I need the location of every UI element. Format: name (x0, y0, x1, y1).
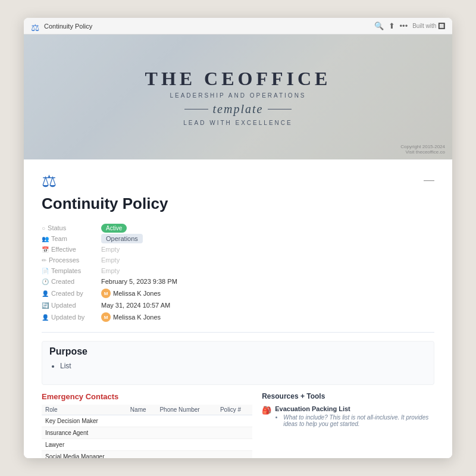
prop-updated-by-row: 👤 Updated by M Melissa K Jones (42, 311, 434, 324)
created-by-avatar-row: M Melissa K Jones (101, 289, 161, 298)
prop-created-by-value: M Melissa K Jones (101, 289, 161, 298)
hero-copyright: Copyright 2015-2024 Visit theceoffice.co (400, 144, 445, 155)
status-badge: Active (101, 224, 127, 233)
divider-line-right (268, 109, 292, 109)
main-body: ⚖ Continuity Policy — ○ Status Active 👥 (24, 159, 452, 458)
updated-by-icon: 👤 (42, 314, 49, 321)
purpose-section: Purpose List (42, 341, 434, 385)
prop-updated-row: 🔄 Updated May 31, 2024 10:57 AM (42, 300, 434, 311)
table-row: Insurance Agent (42, 427, 252, 439)
collapse-button[interactable]: — (424, 174, 434, 186)
two-col-section: Emergency Contacts Role Name Phone Numbe… (42, 392, 434, 458)
ec-name-1 (127, 415, 156, 427)
updated-by-avatar-row: M Melissa K Jones (101, 312, 161, 322)
prop-team-value: Operations (101, 235, 143, 242)
table-row: Social Media Manager (42, 451, 252, 459)
hero-title: THE CEOFFICE (145, 68, 331, 90)
browser-bar: ⚖ Continuity Policy 🔍 ⬆ ••• Built with 🔲 (24, 18, 452, 35)
ec-policy-4 (217, 451, 252, 459)
created-by-avatar: M (101, 289, 111, 298)
prop-created-by-row: 👤 Created by M Melissa K Jones (42, 287, 434, 300)
prop-created-row: 🕐 Created February 5, 2023 9:38 PM (42, 276, 434, 287)
favicon-icon: ⚖ (31, 22, 39, 30)
prop-updated-value: May 31, 2024 10:57 AM (101, 302, 170, 309)
prop-created-value: February 5, 2023 9:38 PM (101, 278, 177, 285)
ec-phone-1 (156, 415, 217, 427)
ec-name-4 (127, 451, 156, 459)
ec-role-2: Insurance Agent (42, 427, 127, 439)
prop-updated-label: 🔄 Updated (42, 302, 101, 309)
browser-icons: 🔍 ⬆ ••• Built with 🔲 (374, 21, 445, 30)
prop-processes-label: ✏ Processes (42, 256, 101, 264)
purpose-list: List (49, 362, 427, 370)
created-by-icon: 👤 (42, 290, 49, 297)
page-icon: ⚖ (42, 171, 434, 191)
resource-title: Evacuation Packing List (275, 405, 434, 412)
properties-section: ○ Status Active 👥 Team Operations (42, 223, 434, 324)
prop-effective-label: 📅 Effective (42, 246, 101, 253)
ec-table-header: Role Name Phone Number Policy # (42, 405, 252, 415)
ec-header-row: Role Name Phone Number Policy # (42, 405, 252, 415)
prop-effective-row: 📅 Effective Empty (42, 244, 434, 255)
search-icon[interactable]: 🔍 (374, 21, 384, 30)
ec-col-name: Name (127, 405, 156, 415)
ec-name-3 (127, 439, 156, 451)
hero-text: THE CEOFFICE LEADERSHIP and OPERATIONS t… (145, 68, 331, 126)
prop-status-row: ○ Status Active (42, 223, 434, 233)
resource-content: Evacuation Packing List What to include?… (275, 405, 434, 427)
prop-team-label: 👥 Team (42, 235, 101, 242)
emergency-contacts-table: Role Name Phone Number Policy # Key Deci… (42, 405, 252, 458)
ec-policy-3 (217, 439, 252, 451)
prop-team-row: 👥 Team Operations (42, 233, 434, 244)
hero-divider: template (145, 102, 331, 116)
section-divider-purpose (42, 332, 434, 333)
templates-icon: 📄 (42, 268, 49, 274)
browser-window: ⚖ Continuity Policy 🔍 ⬆ ••• Built with 🔲… (24, 18, 452, 458)
ec-phone-2 (156, 427, 217, 439)
processes-icon: ✏ (42, 257, 46, 264)
hero-banner: THE CEOFFICE LEADERSHIP and OPERATIONS t… (24, 35, 452, 159)
page-title: Continuity Policy (42, 195, 434, 213)
ec-col-role: Role (42, 405, 127, 415)
ec-policy-2 (217, 427, 252, 439)
ec-name-2 (127, 427, 156, 439)
emergency-contacts-section: Emergency Contacts Role Name Phone Numbe… (42, 392, 252, 458)
status-icon: ○ (42, 225, 45, 231)
page-content: THE CEOFFICE LEADERSHIP and OPERATIONS t… (24, 35, 452, 458)
emergency-contacts-heading: Emergency Contacts (42, 392, 252, 401)
prop-effective-value: Empty (101, 246, 120, 253)
backpack-icon: 🎒 (262, 406, 271, 415)
prop-created-label: 🕐 Created (42, 278, 101, 285)
table-row: Key Decision Maker (42, 415, 252, 427)
prop-status-label: ○ Status (42, 224, 101, 231)
prop-templates-label: 📄 Templates (42, 267, 101, 274)
resource-bullets: What to include? This list is not all-in… (275, 414, 434, 427)
ec-table-body: Key Decision Maker Insurance Agent (42, 415, 252, 459)
hero-leadership-line: LEADERSHIP and OPERATIONS (145, 92, 331, 99)
divider-line-left (184, 109, 208, 109)
ec-phone-3 (156, 439, 217, 451)
more-icon[interactable]: ••• (400, 21, 408, 30)
created-icon: 🕐 (42, 278, 49, 285)
updated-icon: 🔄 (42, 302, 49, 309)
browser-title: Continuity Policy (44, 23, 369, 30)
prop-status-value: Active (101, 224, 127, 231)
resources-heading: Resources + Tools (262, 392, 434, 400)
updated-by-avatar: M (101, 312, 111, 322)
built-with-label: Built with 🔲 (412, 23, 445, 29)
ec-role-3: Lawyer (42, 439, 127, 451)
ec-col-phone: Phone Number (156, 405, 217, 415)
hero-tagline: LEAD with EXCELLENCE (145, 120, 331, 126)
ec-phone-4 (156, 451, 217, 459)
ec-policy-1 (217, 415, 252, 427)
prop-updated-by-label: 👤 Updated by (42, 314, 101, 321)
ec-col-policy: Policy # (217, 405, 252, 415)
team-icon: 👥 (42, 236, 49, 242)
team-badge: Operations (101, 234, 143, 243)
prop-templates-value: Empty (101, 267, 120, 274)
resources-section: Resources + Tools 🎒 Evacuation Packing L… (262, 392, 434, 458)
purpose-list-item: List (60, 362, 427, 370)
prop-templates-row: 📄 Templates Empty (42, 265, 434, 276)
share-icon[interactable]: ⬆ (389, 21, 395, 30)
resource-bullet-1: What to include? This list is not all-in… (283, 414, 434, 427)
